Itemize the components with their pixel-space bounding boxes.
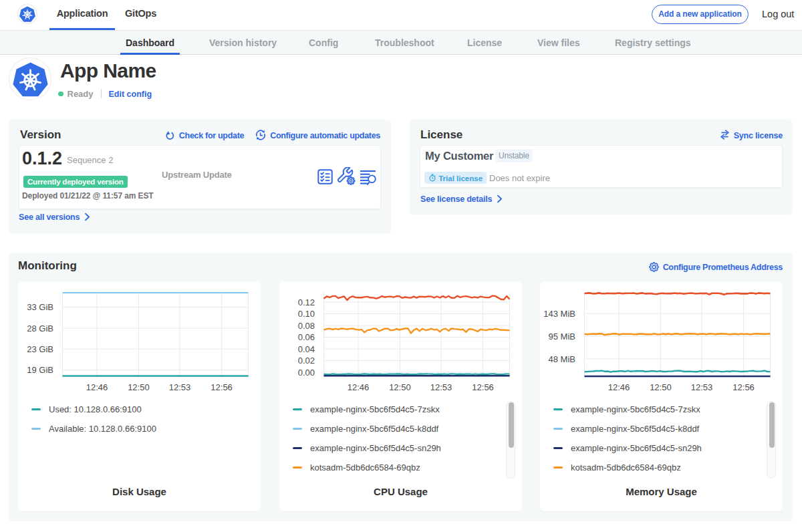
svg-text:95 MiB: 95 MiB — [549, 331, 575, 342]
svg-text:23 GiB: 23 GiB — [27, 344, 53, 354]
svg-text:12:46: 12:46 — [348, 382, 370, 392]
svg-text:143 MiB: 143 MiB — [543, 309, 575, 319]
svg-text:12:50: 12:50 — [650, 382, 672, 392]
svg-text:12:53: 12:53 — [691, 382, 713, 392]
svg-text:12:53: 12:53 — [169, 382, 191, 392]
svg-text:0.00: 0.00 — [298, 368, 315, 378]
svg-text:12:50: 12:50 — [389, 382, 411, 392]
svg-text:19 GiB: 19 GiB — [27, 365, 53, 375]
svg-text:12:56: 12:56 — [472, 382, 494, 392]
svg-text:12:46: 12:46 — [608, 382, 630, 392]
svg-text:0.10: 0.10 — [298, 309, 315, 319]
svg-text:48 MiB: 48 MiB — [549, 354, 575, 364]
svg-text:0.06: 0.06 — [298, 332, 315, 342]
svg-text:0.12: 0.12 — [298, 297, 315, 307]
svg-text:12:46: 12:46 — [86, 382, 108, 392]
svg-text:28 GiB: 28 GiB — [27, 323, 53, 334]
svg-text:0.08: 0.08 — [298, 321, 315, 331]
svg-text:0.02: 0.02 — [298, 356, 315, 366]
svg-text:0.04: 0.04 — [298, 344, 315, 354]
svg-text:12:56: 12:56 — [211, 382, 233, 392]
svg-text:12:53: 12:53 — [430, 382, 452, 392]
svg-text:12:56: 12:56 — [732, 382, 755, 392]
svg-text:33 GiB: 33 GiB — [27, 302, 53, 312]
svg-text:12:50: 12:50 — [128, 382, 150, 392]
